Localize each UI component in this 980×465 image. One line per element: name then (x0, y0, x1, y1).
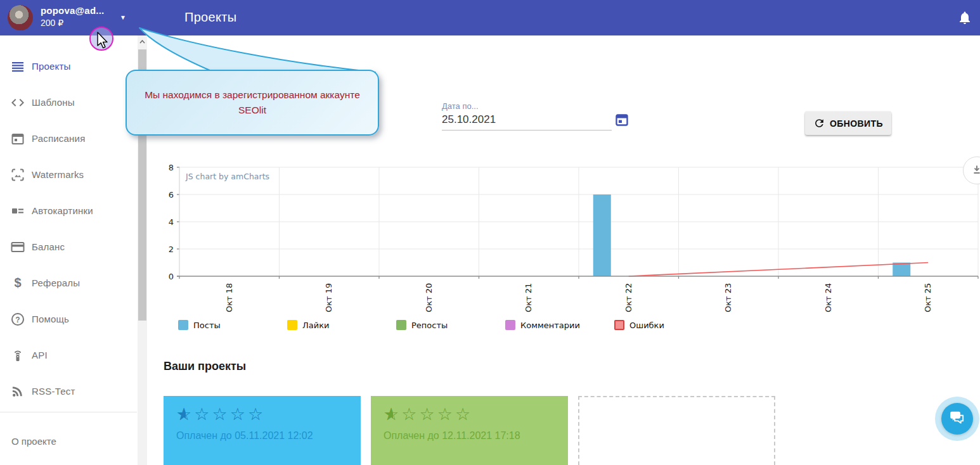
sidebar-item-projects[interactable]: Проекты (0, 48, 137, 84)
credit-card-icon (10, 239, 25, 255)
tooltip-tail (120, 23, 387, 76)
svg-text:Окт 23: Окт 23 (723, 283, 733, 312)
sidebar-item-label: Watermarks (32, 169, 84, 180)
legend-label: Посты (193, 321, 221, 330)
sidebar: Проекты Шаблоны Расписания Watermarks Ав… (0, 35, 137, 465)
svg-text:Окт 24: Окт 24 (823, 283, 833, 312)
svg-text:4: 4 (169, 217, 174, 227)
svg-text:Окт 21: Окт 21 (524, 283, 533, 312)
legend-item-комментарии[interactable]: Комментарии (505, 320, 614, 330)
antenna-icon (10, 348, 25, 363)
svg-text:Окт 20: Окт 20 (424, 283, 434, 312)
project-card[interactable]: ☆★☆☆☆☆ Оплачен до 12.11.2021 17:18 (371, 396, 568, 465)
svg-text:JS chart by amCharts: JS chart by amCharts (185, 172, 269, 181)
chart-legend: ПостыЛайкиРепостыКомментарииОшибки (178, 320, 723, 330)
legend-item-посты[interactable]: Посты (178, 320, 287, 330)
svg-text:?: ? (15, 315, 20, 324)
paid-until-label: Оплачен до 12.11.2021 17:18 (384, 430, 555, 442)
star-rating: ☆★☆☆☆☆ (384, 404, 555, 425)
help-icon: ? (10, 312, 25, 327)
sidebar-item-label: RSS-Тест (32, 386, 75, 397)
svg-text:Окт 25: Окт 25 (923, 283, 932, 312)
date-to-label: Дата по... (442, 101, 612, 111)
account-balance: 200 ₽ (41, 18, 104, 28)
about-link[interactable]: О проекте (11, 436, 56, 447)
legend-label: Комментарии (520, 321, 580, 330)
svg-text:Окт 22: Окт 22 (624, 283, 633, 312)
sidebar-item-autoimages[interactable]: Автокартинки (0, 193, 137, 229)
svg-text:Окт 19: Окт 19 (324, 283, 333, 312)
sidebar-item-label: API (32, 350, 48, 360)
legend-item-ошибки[interactable]: Ошибки (614, 320, 723, 330)
tooltip-text: Мы находимся в зарегистрированном аккаун… (143, 87, 362, 118)
sidebar-item-referrals[interactable]: $ Рефералы (0, 265, 137, 301)
sidebar-item-api[interactable]: API (0, 337, 137, 373)
legend-label: Лайки (302, 321, 330, 330)
sidebar-item-label: Автокартинки (32, 205, 93, 216)
refresh-button-label: ОБНОВИТЬ (830, 118, 883, 129)
add-project-placeholder[interactable] (578, 396, 775, 465)
legend-swatch (396, 320, 406, 330)
tooltip-callout: Мы находимся в зарегистрированном аккаун… (126, 70, 379, 136)
project-cards: ☆★☆☆☆☆ Оплачен до 05.11.2021 12:02 ☆★☆☆☆… (164, 396, 785, 465)
calendar-icon (10, 131, 25, 146)
sidebar-item-label: Проекты (32, 61, 71, 72)
sidebar-item-label: Рефералы (32, 277, 80, 288)
legend-swatch (505, 320, 515, 330)
chevron-down-icon[interactable]: ▼ (120, 14, 126, 21)
avatar[interactable] (8, 5, 33, 30)
legend-swatch (178, 320, 188, 330)
legend-swatch (287, 320, 297, 330)
sidebar-item-label: Расписания (32, 133, 85, 144)
legend-item-репосты[interactable]: Репосты (396, 320, 505, 330)
legend-swatch (614, 320, 624, 330)
sidebar-item-templates[interactable]: Шаблоны (0, 84, 137, 120)
sidebar-item-balance[interactable]: Баланс (0, 229, 137, 265)
date-to-field: Дата по... 25.10.2021 (442, 101, 612, 131)
dollar-icon: $ (10, 276, 25, 291)
refresh-button[interactable]: ОБНОВИТЬ (805, 111, 891, 135)
mouse-cursor (96, 32, 109, 49)
image-frame-icon (10, 167, 25, 182)
svg-text:Окт 18: Окт 18 (224, 283, 234, 312)
legend-label: Репосты (411, 321, 448, 330)
paid-until-label: Оплачен до 05.11.2021 12:02 (176, 430, 348, 442)
date-to-input[interactable]: 25.10.2021 (442, 113, 612, 131)
auto-image-icon (10, 203, 25, 219)
code-icon (10, 95, 25, 110)
sidebar-item-label: Баланс (32, 241, 65, 252)
sidebar-item-label: Шаблоны (32, 97, 75, 108)
star-rating: ☆★☆☆☆☆ (176, 404, 348, 425)
list-icon (10, 59, 25, 74)
legend-label: Ошибки (629, 321, 664, 330)
chat-button[interactable] (941, 403, 973, 435)
legend-item-лайки[interactable]: Лайки (287, 320, 396, 330)
account-name: popova@ad... (41, 5, 104, 16)
svg-text:8: 8 (169, 163, 174, 172)
sidebar-item-rss-test[interactable]: RSS-Тест (0, 373, 137, 409)
account-menu[interactable]: popova@ad... 200 ₽ (8, 5, 104, 30)
sidebar-item-schedules[interactable]: Расписания (0, 120, 137, 156)
sidebar-footer: О проекте (0, 412, 137, 447)
rss-icon (10, 384, 25, 399)
calendar-picker-icon[interactable] (614, 112, 629, 127)
sidebar-item-watermarks[interactable]: Watermarks (0, 156, 137, 193)
svg-text:2: 2 (169, 245, 174, 254)
svg-text:6: 6 (169, 190, 174, 200)
sidebar-item-help[interactable]: ? Помощь (0, 301, 137, 337)
projects-heading: Ваши проекты (164, 360, 246, 373)
chart-canvas: 02468Окт 18Окт 19Окт 20Окт 21Окт 22Окт 2… (162, 162, 980, 320)
sidebar-item-label: Помощь (32, 314, 69, 324)
project-card[interactable]: ☆★☆☆☆☆ Оплачен до 05.11.2021 12:02 (164, 396, 361, 465)
activity-chart: 02468Окт 18Окт 19Окт 20Окт 21Окт 22Окт 2… (162, 162, 980, 320)
svg-text:0: 0 (169, 272, 174, 281)
bell-icon[interactable] (957, 10, 972, 25)
chat-bubbles-icon (949, 409, 965, 428)
